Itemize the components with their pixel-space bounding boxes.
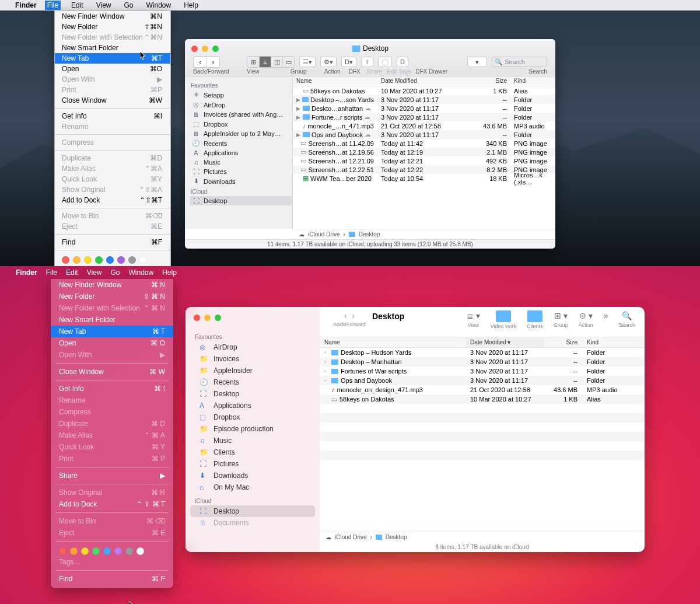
menu-item[interactable]: New Smart Folder [55,43,170,53]
file-row[interactable]: ▭Screensh…at 12.19.56Today at 12:192.1 M… [293,148,555,156]
sidebar-item[interactable]: ⛶Desktop [190,196,292,205]
video-folder-icon[interactable] [496,310,511,322]
file-row[interactable]: ▶Ops and Daybook ☁3 Nov 2020 at 11:17--F… [293,130,555,139]
close-button[interactable] [191,46,198,52]
file-list[interactable]: Name Date Modified Size Kind ▭58keys on … [293,76,555,229]
menu-item[interactable]: New Tab⌘ T [51,326,173,337]
back-button[interactable]: ‹ [344,310,347,320]
close-button[interactable] [194,315,200,321]
menubar[interactable]: Finder File Edit View Go Window Help [0,266,700,279]
col-date[interactable]: Date Modified [377,76,464,86]
finder-window-bigsur[interactable]: Favourites ◎AirDrop📁Invoices📁AppleInside… [186,307,645,552]
app-name[interactable]: Finder [16,268,37,277]
menu-item[interactable]: Find⌘F [55,237,170,247]
col-name[interactable]: Name [320,337,466,347]
menu-edit[interactable]: Edit [66,268,78,277]
file-row[interactable]: ›Fortunes of War scripts3 Nov 2020 at 11… [320,366,645,376]
sidebar-item[interactable]: AApplications [190,400,315,411]
dfx-drawer-button[interactable]: D [397,57,408,67]
path-bar[interactable]: ☁ iCloud Drive › Desktop [320,531,645,543]
forward-button[interactable]: › [352,310,355,320]
tag-dot[interactable] [62,256,69,264]
tag-dot[interactable] [59,547,66,555]
tag-dot[interactable] [81,547,89,555]
tags-row[interactable] [51,544,173,556]
menu-item[interactable]: New Finder Window⌘N [55,11,170,22]
menu-item[interactable]: New Folder⇧ ⌘ N [51,291,173,302]
traffic-lights[interactable] [194,315,221,321]
file-row[interactable]: ▶Deskto…anhattan ☁3 Nov 2020 at 11:17--F… [293,104,555,113]
col-date[interactable]: Date Modified ▾ [466,337,544,347]
tag-dot[interactable] [125,547,133,555]
sidebar-item[interactable]: 🕘Recents [190,138,292,148]
zoom-button[interactable] [215,315,221,321]
sidebar-item[interactable]: ◎AirDrop [190,341,315,353]
sidebar-item[interactable]: ⌂On My Mac [190,481,315,493]
share-button[interactable]: ⬆ [361,57,373,67]
file-row[interactable]: ▦WWM Tea…ber 2020Today at 10:5418 KBMicr… [293,174,555,183]
menu-item[interactable]: New Tab⌘T [55,53,170,64]
column-headers[interactable]: Name Date Modified ▾ Size Kind [320,337,645,348]
tag-dot[interactable] [117,256,125,264]
clients-folder-icon[interactable] [527,310,542,322]
menu-item[interactable]: Add to Dock⌃ ⇧ ⌘ T [51,498,173,510]
column-view-button[interactable]: ◫ [271,57,282,67]
menu-go[interactable]: Go [111,268,120,277]
col-kind[interactable]: Kind [510,76,555,86]
tag-dot[interactable] [73,256,80,264]
menu-item[interactable]: Open⌘ O [51,337,173,349]
icon-view-button[interactable]: ⊞ [247,57,259,67]
tag-dot[interactable] [92,547,100,555]
tag-dot[interactable] [70,547,78,555]
tag-dot[interactable] [84,256,92,264]
dfx-button[interactable]: D▾ [341,57,356,67]
more-button[interactable]: » [604,310,608,321]
sidebar-item[interactable]: ⛶Desktop [190,505,315,517]
tag-dot[interactable] [106,256,114,264]
file-row[interactable]: ▭58keys on Dakotas10 Mar 2020 at 10:271 … [293,86,555,95]
titlebar[interactable]: Desktop ‹ › ⊞ ≡ ◫ ▭ ☰▾ ⚙▾ D▾ ⬆ ◯ [185,39,555,76]
tag-dot[interactable] [136,547,144,555]
sidebar-item[interactable]: 📁Episode production [190,423,315,435]
traffic-lights[interactable] [191,46,219,52]
sidebar-item[interactable]: ✳Setapp [190,90,292,100]
file-menu-dropdown[interactable]: New Finder Window⌘NNew Folder⇧⌘NNew Fold… [54,11,171,266]
finder-window-catalina[interactable]: Desktop ‹ › ⊞ ≡ ◫ ▭ ☰▾ ⚙▾ D▾ ⬆ ◯ [185,39,555,249]
sidebar-item[interactable]: 📁Clients [190,446,315,458]
menu-window[interactable]: Window [129,268,154,277]
sidebar-item[interactable]: 🗎Invoices (shared with Ang… [190,110,292,119]
view-button[interactable]: ≣ ▾ [467,310,480,321]
file-row[interactable]: ▶Fortune…r scripts ☁3 Nov 2020 at 11:17-… [293,113,555,121]
dropdown-button[interactable]: ▾ [467,57,487,67]
search-field[interactable]: 🔍 Search [492,57,547,67]
sidebar-item[interactable]: ⛶Pictures [190,458,315,470]
group-button[interactable]: ☰▾ [299,57,316,67]
menu-file[interactable]: File [45,1,61,10]
file-row[interactable]: ♪monocle_on_design_471.mp321 Oct 2020 at… [320,385,645,394]
file-menu-dropdown[interactable]: New Finder Window⌘ NNew Folder⇧ ⌘ NNew F… [51,279,173,588]
edit-tags-button[interactable]: ◯ [378,57,392,67]
tags-row[interactable] [55,253,170,265]
sidebar-item[interactable]: ⬚Dropbox [190,119,292,129]
sidebar-item[interactable]: 🗎AppleInsider up to 2 May… [190,129,292,138]
zoom-button[interactable] [212,46,219,52]
menu-window[interactable]: Window [144,1,174,10]
path-icloud[interactable]: iCloud Drive [308,231,340,238]
tag-dot[interactable] [114,547,122,555]
menu-item[interactable]: New Folder⇧⌘N [55,22,170,32]
gallery-view-button[interactable]: ▭ [282,57,294,67]
sidebar-item[interactable]: 🕘Recents [190,376,315,388]
col-size[interactable]: Size [544,337,582,347]
path-desktop[interactable]: Desktop [359,231,380,238]
menu-view[interactable]: View [87,268,102,277]
file-row[interactable]: ♪monocle_…n_471.mp321 Oct 2020 at 12:584… [293,121,555,130]
path-bar[interactable]: ☁ iCloud Drive › Desktop [294,229,555,239]
list-view-button[interactable]: ≡ [259,57,271,67]
app-name[interactable]: Finder [15,1,37,9]
menu-item[interactable]: Add to Dock⌃⇧⌘T [55,195,170,205]
menubar[interactable]: Finder File Edit View Go Window Help [0,0,700,11]
search-icon[interactable]: 🔍 [622,310,632,321]
menu-help[interactable]: Help [181,1,201,10]
tag-dot[interactable] [95,256,103,264]
sidebar-item[interactable]: 📁AppleInsider [190,365,315,376]
